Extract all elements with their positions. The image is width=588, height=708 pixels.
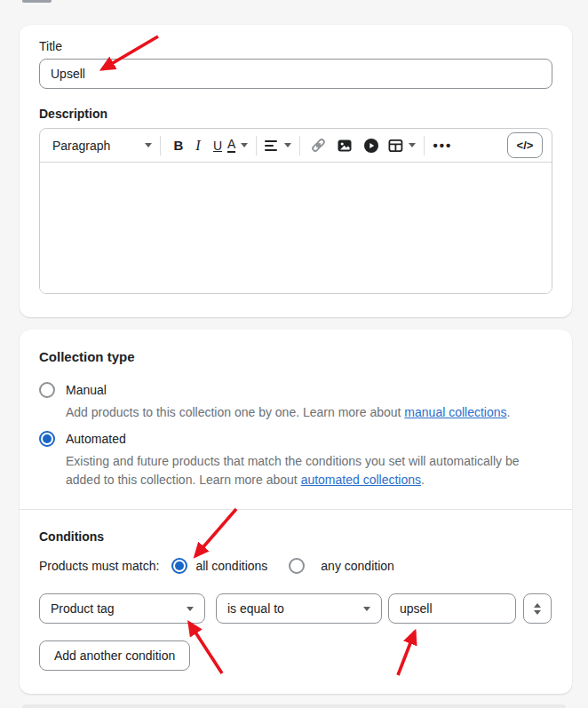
collection-type-heading: Collection type — [39, 349, 552, 364]
any-condition-radio[interactable] — [289, 558, 305, 574]
show-html-button[interactable]: </> — [507, 132, 543, 158]
condition-value-input[interactable] — [388, 593, 516, 624]
chevron-down-icon — [363, 607, 370, 611]
chevron-down-icon — [284, 143, 291, 147]
arrow-down-icon — [534, 610, 541, 615]
align-left-icon — [265, 139, 279, 152]
condition-field-value: Product tag — [51, 601, 115, 616]
manual-radio-label: Manual — [66, 383, 107, 397]
toolbar-divider — [424, 136, 425, 155]
insert-video-button[interactable] — [362, 133, 381, 158]
chevron-down-icon — [409, 143, 416, 147]
manual-collections-link[interactable]: manual collections — [404, 405, 506, 419]
any-condition-label[interactable]: any condition — [321, 559, 394, 573]
all-conditions-radio[interactable] — [171, 558, 187, 574]
manual-option-row[interactable]: Manual — [39, 382, 552, 398]
manual-option-description: Add products to this collection one by o… — [66, 403, 552, 422]
insert-table-button[interactable] — [388, 133, 416, 158]
more-options-button[interactable]: ••• — [433, 133, 452, 158]
link-icon — [310, 137, 327, 154]
chevron-down-icon — [241, 143, 248, 147]
text-color-button[interactable]: A — [227, 133, 248, 158]
italic-button[interactable]: I — [188, 133, 208, 158]
toolbar-divider — [299, 136, 300, 155]
all-conditions-label[interactable]: all conditions — [195, 559, 267, 573]
title-description-card: Title Description Paragraph B I U A — [20, 25, 572, 317]
video-play-icon — [363, 138, 379, 154]
manual-desc-text: Add products to this collection one by o… — [66, 405, 404, 419]
chevron-down-icon — [145, 143, 152, 147]
conditions-heading: Conditions — [39, 529, 552, 544]
condition-row: Product tag is equal to — [39, 593, 552, 624]
description-textarea[interactable] — [40, 163, 552, 294]
alignment-button[interactable] — [265, 133, 291, 158]
manual-radio[interactable] — [39, 382, 55, 398]
match-options-row: Products must match: all conditions any … — [39, 558, 552, 574]
automated-collections-link[interactable]: automated collections — [301, 473, 421, 487]
image-icon — [337, 138, 353, 154]
automated-desc-text: Existing and future products that match … — [66, 454, 520, 487]
editor-toolbar: Paragraph B I U A — [40, 129, 552, 163]
collection-type-card: Collection type Manual Add products to t… — [20, 330, 572, 694]
add-another-condition-button[interactable]: Add another condition — [39, 640, 190, 671]
description-label: Description — [39, 107, 552, 121]
manual-desc-period: . — [507, 405, 511, 419]
products-must-match-label: Products must match: — [39, 559, 159, 573]
automated-radio[interactable] — [39, 431, 55, 447]
toolbar-divider — [256, 136, 257, 155]
next-card-top-edge — [22, 704, 566, 708]
arrow-up-icon — [534, 603, 541, 608]
table-icon — [388, 139, 403, 153]
automated-radio-label: Automated — [66, 432, 126, 446]
text-color-glyph: A — [227, 138, 235, 153]
title-label: Title — [39, 39, 552, 53]
condition-field-select[interactable]: Product tag — [39, 593, 205, 624]
bold-button[interactable]: B — [169, 133, 188, 158]
paragraph-style-value: Paragraph — [52, 139, 110, 153]
title-input[interactable] — [39, 59, 552, 89]
chevron-down-icon — [187, 607, 194, 611]
cropped-element-fragment — [22, 0, 52, 3]
condition-stepper-button[interactable] — [523, 593, 552, 624]
rich-text-editor: Paragraph B I U A — [39, 128, 552, 294]
paragraph-style-select[interactable]: Paragraph — [52, 133, 152, 158]
automated-desc-period: . — [421, 473, 425, 487]
condition-operator-value: is equal to — [227, 601, 284, 616]
insert-image-button[interactable] — [335, 133, 354, 158]
insert-link-button[interactable] — [308, 133, 328, 158]
condition-operator-select[interactable]: is equal to — [216, 593, 382, 624]
toolbar-divider — [160, 136, 161, 155]
automated-option-description: Existing and future products that match … — [66, 452, 552, 489]
automated-option-row[interactable]: Automated — [39, 431, 552, 447]
section-divider — [20, 509, 572, 510]
underline-button[interactable]: U — [208, 133, 227, 158]
